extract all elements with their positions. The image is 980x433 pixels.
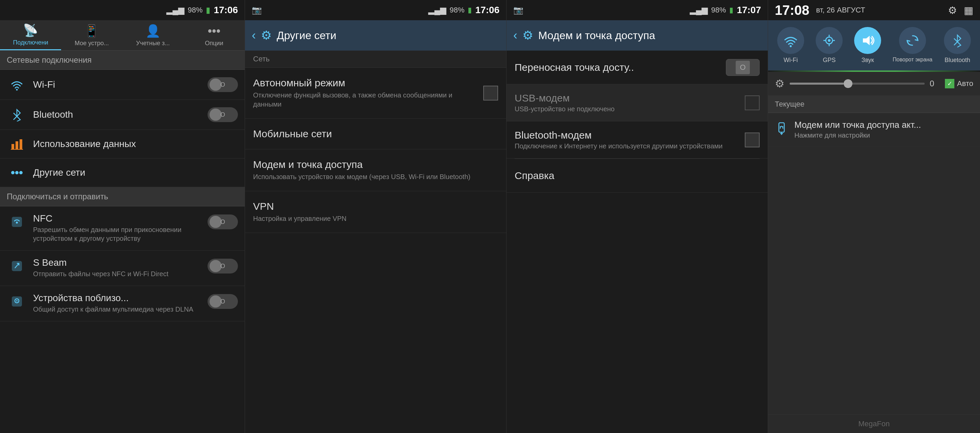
autonomous-title: Автономный режим — [253, 77, 478, 89]
qs-time: 17:08 — [775, 3, 809, 18]
data-usage-icon — [7, 137, 27, 151]
back-button-2[interactable]: ‹ — [252, 29, 256, 43]
qs-sound-icon — [854, 27, 881, 54]
battery-percent-1: 98% — [188, 6, 202, 14]
tab-accounts[interactable]: 👤 Учетные з... — [123, 20, 184, 50]
wifi-toggle-knob — [210, 79, 222, 91]
svg-point-6 — [19, 171, 22, 174]
usb-notif-icon — [775, 121, 788, 138]
svg-point-15 — [828, 39, 830, 42]
modem-access-item[interactable]: Модем и точка доступа Использовать устро… — [245, 149, 506, 191]
help-content: Справка — [515, 170, 760, 181]
status-bar-1: ▂▄▆ 98% ▮ 17:06 — [0, 0, 245, 20]
autonomous-checkbox[interactable] — [483, 86, 498, 100]
tab-my-device[interactable]: 📱 Мое устро... — [61, 20, 122, 50]
time-3: 17:07 — [737, 5, 761, 16]
status-bar-3: 📷 ▂▄▆ 98% ▮ 17:07 — [506, 0, 768, 20]
sbeam-icon — [7, 259, 27, 272]
bt-modem-content: Bluetooth-модем Подключение к Интернету … — [515, 130, 745, 150]
hotspot-toggle[interactable]: O — [726, 59, 760, 76]
qs-date: вт, 26 АВГУСТ — [816, 6, 865, 14]
data-usage-item[interactable]: Использование данных — [0, 130, 245, 159]
qs-rotate-label: Поворот экрана — [892, 57, 932, 63]
panel3-header: ‹ ⚙ Модем и точка доступа — [506, 20, 768, 51]
modem-access-subtitle: Использовать устройство как модем (через… — [253, 172, 498, 181]
qs-brightness-slider[interactable] — [790, 82, 925, 85]
wifi-toggle[interactable] — [208, 77, 238, 92]
device-icon: 📱 — [84, 24, 99, 38]
help-item[interactable]: Справка — [506, 159, 768, 193]
usb-modem-item[interactable]: USB-модем USB-устройство не подключено — [506, 84, 768, 121]
qs-tile-gps[interactable]: GPS — [816, 27, 843, 64]
nearby-toggle[interactable] — [208, 294, 238, 309]
bluetooth-toggle[interactable] — [208, 107, 238, 122]
other-networks-item[interactable]: Другие сети — [0, 159, 245, 187]
qs-status-bar: 17:08 вт, 26 АВГУСТ ⚙ ▦ — [768, 0, 980, 20]
qs-slider-thumb — [844, 79, 853, 88]
qs-tile-sound[interactable]: Звук — [854, 27, 881, 64]
bluetooth-item[interactable]: Bluetooth — [0, 100, 245, 130]
battery-icon-2: ▮ — [468, 6, 472, 14]
bluetooth-toggle-knob — [210, 109, 222, 121]
usb-modem-subtitle: USB-устройство не подключено — [515, 105, 745, 113]
vpn-title: VPN — [253, 201, 498, 212]
nearby-devices-item[interactable]: Устройства поблизо... Общий доступ к фай… — [0, 286, 245, 321]
hotspot-title: Переносная точка досту.. — [515, 62, 726, 73]
usb-modem-checkbox[interactable] — [745, 95, 760, 110]
qs-rotate-icon — [899, 27, 926, 54]
qs-sound-label: Звук — [862, 57, 874, 64]
settings-icon-qs[interactable]: ⚙ — [948, 5, 957, 16]
hotspot-toggle-inner: O — [736, 61, 750, 74]
accounts-icon: 👤 — [145, 24, 161, 38]
battery-icon-3: ▮ — [729, 6, 733, 14]
options-icon: ••• — [208, 24, 220, 38]
svg-rect-3 — [19, 139, 22, 149]
battery-2: 98% — [450, 6, 465, 14]
panel2-header: ‹ ⚙ Другие сети — [245, 20, 506, 51]
hotspot-item[interactable]: Переносная точка досту.. O — [506, 51, 768, 84]
qs-wifi-label: Wi-Fi — [784, 57, 798, 64]
qs-status-icons: ⚙ ▦ — [948, 5, 973, 16]
qs-bluetooth-label: Bluetooth — [945, 57, 970, 64]
sbeam-item[interactable]: S Beam Отправить файлы через NFC и Wi-Fi… — [0, 251, 245, 286]
qs-notification-hotspot[interactable]: Модем или точка доступа акт... Нажмите д… — [768, 113, 980, 146]
status-bar-2: 📷 ▂▄▆ 98% ▮ 17:06 — [245, 0, 506, 20]
settings-icon-2: ⚙ — [261, 29, 272, 43]
nearby-toggle-knob — [210, 295, 222, 308]
sbeam-toggle[interactable] — [208, 259, 238, 273]
nfc-item[interactable]: NFC Разрешить обмен данными при прикосно… — [0, 206, 245, 251]
other-networks-icon — [7, 166, 27, 179]
other-networks-content: Другие сети — [33, 167, 238, 178]
grid-icon-qs[interactable]: ▦ — [964, 5, 973, 16]
qs-auto-container[interactable]: ✓ Авто — [945, 79, 973, 88]
usb-modem-title: USB-модем — [515, 92, 745, 104]
bt-modem-item[interactable]: Bluetooth-модем Подключение к Интернету … — [506, 121, 768, 159]
nfc-toggle-knob — [210, 216, 222, 228]
qs-tile-bluetooth[interactable]: Bluetooth — [944, 27, 971, 64]
svg-point-0 — [16, 89, 18, 91]
tab-connections[interactable]: 📡 Подключени — [0, 20, 61, 50]
mobile-networks-item[interactable]: Мобильные сети — [245, 119, 506, 149]
panel3-title: Модем и точка доступа — [538, 29, 655, 42]
tab-options[interactable]: ••• Опции — [184, 20, 245, 50]
brightness-settings-icon[interactable]: ⚙ — [775, 77, 784, 90]
wifi-item[interactable]: Wi-Fi — [0, 70, 245, 100]
qs-gps-icon — [816, 27, 843, 54]
bt-modem-checkbox[interactable] — [745, 133, 760, 148]
panel-modem: 📷 ▂▄▆ 98% ▮ 17:07 ‹ ⚙ Модем и точка дост… — [506, 0, 768, 433]
network-section-2: Сеть — [245, 51, 506, 68]
qs-brightness-value: 0 — [930, 79, 940, 88]
autonomous-mode-item[interactable]: Автономный режим Отключение функций вызо… — [245, 68, 506, 119]
nfc-toggle[interactable] — [208, 214, 238, 229]
nearby-icon — [7, 294, 27, 308]
vpn-item[interactable]: VPN Настройка и управление VPN — [245, 191, 506, 233]
bt-modem-subtitle: Подключение к Интернету не используется … — [515, 142, 745, 150]
back-button-3[interactable]: ‹ — [513, 29, 517, 43]
qs-tiles: Wi-Fi GPS Звук — [768, 20, 980, 70]
time-1: 17:06 — [214, 5, 238, 16]
qs-footer: MegaFon — [768, 414, 980, 433]
qs-tile-rotate[interactable]: Поворот экрана — [892, 27, 932, 64]
nfc-content: NFC Разрешить обмен данными при прикосно… — [33, 213, 208, 243]
panel2-title: Другие сети — [277, 29, 336, 42]
qs-tile-wifi[interactable]: Wi-Fi — [777, 27, 804, 64]
